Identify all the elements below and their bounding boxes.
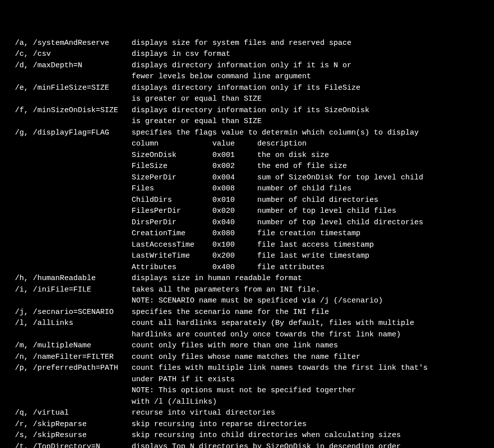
flag-table-row: Attributes0x400file attributes [6, 262, 488, 274]
flag-value: 0x040 [212, 217, 257, 229]
flag-table-row: Files0x008number of child files [6, 183, 488, 195]
help-option-row: /t, /TopDirectory=Ndisplays Top N direct… [6, 442, 488, 448]
help-option-row: /d, /maxDepth=Ndisplays directory inform… [6, 60, 488, 72]
option-description: displays directory information only if i… [132, 60, 488, 72]
option-description: count only files with more than one link… [132, 340, 488, 352]
flag-value: value [212, 139, 257, 150]
flag-value: 0x400 [212, 262, 257, 274]
help-option-row: /r, /skipReparseskip recursing into repa… [6, 419, 488, 431]
flag-description: number of top level child files [257, 206, 488, 217]
option-flags: /g, /displayFlag=FLAG [6, 128, 132, 139]
option-description-continuation: NOTE: SCENARIO name must be speificed vi… [6, 296, 488, 307]
option-description: skip recursing into child directories wh… [132, 430, 488, 442]
flag-column-name: Files [132, 183, 212, 195]
help-option-row: /f, /minSizeOnDisk=SIZEdisplays director… [6, 105, 488, 117]
help-option-row: /i, /iniFile=FILEtakes all the parameter… [6, 285, 488, 296]
option-description: displays size in human readable format [132, 273, 488, 285]
flag-table-row: LastWriteTime0x200file last write timest… [6, 251, 488, 262]
flag-value: 0x200 [212, 251, 257, 262]
help-option-row: /j, /secnario=SCENARIOspecifies the scen… [6, 307, 488, 318]
option-description-continuation: hardlinks are counted only once towards … [6, 329, 488, 341]
flag-table-row: ChildDirs0x010number of child directorie… [6, 195, 488, 206]
option-description-continuation: under PATH if it exists [6, 374, 488, 386]
flag-description: the on disk size [257, 150, 488, 161]
flag-description: description [257, 139, 488, 150]
option-description: skip recursing into reparse directories [132, 419, 488, 431]
flag-column-name: SizePerDir [132, 172, 212, 184]
flag-value: 0x010 [212, 195, 257, 206]
option-description: count files with multiple link names tow… [132, 363, 488, 374]
terminal-output: /a, /systemAndReservedisplays size for s… [6, 38, 488, 448]
option-flags: /p, /preferredPath=PATH [6, 363, 132, 374]
option-description: count all hardlinks separately (By defau… [132, 318, 488, 329]
option-flags: /h, /humanReadable [6, 273, 132, 285]
option-description-continuation: fewer levels below command line argument [6, 71, 488, 83]
option-flags: /j, /secnario=SCENARIO [6, 307, 132, 318]
flag-table-row: CreationTime0x080file creation timestamp [6, 228, 488, 240]
help-option-row: /s, /skipResurseskip recursing into chil… [6, 430, 488, 442]
flag-column-name: DirsPerDir [132, 217, 212, 229]
option-flags: /a, /systemAndReserve [6, 38, 132, 49]
option-flags: /s, /skipResurse [6, 430, 132, 442]
flag-description: file last access timestamp [257, 240, 488, 251]
flag-value: 0x002 [212, 161, 257, 172]
option-flags: /m, /multipleName [6, 340, 132, 352]
flag-description: number of top level child directories [257, 217, 488, 229]
flag-value: 0x100 [212, 240, 257, 251]
flag-column-name: ChildDirs [132, 195, 212, 206]
option-description: displays directory information only if i… [132, 83, 488, 94]
flag-value: 0x080 [212, 228, 257, 240]
help-option-row: /p, /preferredPath=PATHcount files with … [6, 363, 488, 374]
flag-column-name: FileSize [132, 161, 212, 172]
option-description: specifies the scenario name for the INI … [132, 307, 488, 318]
help-option-row: /g, /displayFlag=FLAGspecifies the flags… [6, 128, 488, 139]
flag-column-name: Attributes [132, 262, 212, 274]
flag-column-name: FilesPerDir [132, 206, 212, 217]
flag-table-row: SizePerDir0x004sum of SizeOnDisk for top… [6, 172, 488, 184]
option-flags: /t, /TopDirectory=N [6, 442, 132, 448]
help-option-row: /a, /systemAndReservedisplays size for s… [6, 38, 488, 49]
option-description-continuation: is greater or equal than SIZE [6, 94, 488, 105]
option-description: specifies the flags value to determin wh… [132, 128, 488, 139]
option-description: displays in csv format [132, 49, 488, 60]
option-description: displays Top N directories by SizeOnDisk… [132, 442, 488, 448]
flag-table-row: LastAccessTime0x100file last access time… [6, 240, 488, 251]
flag-column-name: column [132, 139, 212, 150]
flag-column-name: SizeOnDisk [132, 150, 212, 161]
flag-description: number of child files [257, 183, 488, 195]
option-description-continuation: NOTE: This options must not be specified… [6, 385, 488, 397]
option-flags: /c, /csv [6, 49, 132, 60]
help-option-row: /n, /nameFilter=FILTERcount only files w… [6, 352, 488, 363]
flag-column-name: LastWriteTime [132, 251, 212, 262]
flag-table-row: SizeOnDisk0x001the on disk size [6, 150, 488, 161]
flag-value: 0x020 [212, 206, 257, 217]
flag-column-name: LastAccessTime [132, 240, 212, 251]
flag-table-row: FilesPerDir0x020number of top level chil… [6, 206, 488, 217]
option-description: displays size for system files and reser… [132, 38, 488, 49]
help-option-row: /m, /multipleNamecount only files with m… [6, 340, 488, 352]
flag-description: number of child directories [257, 195, 488, 206]
option-description: count only files whose name matches the … [132, 352, 488, 363]
help-option-row: /e, /minFileSize=SIZEdisplays directory … [6, 83, 488, 94]
flag-table-row: FileSize0x002the end of file size [6, 161, 488, 172]
option-description: displays directory information only if i… [132, 105, 488, 117]
flag-table-row: DirsPerDir0x040number of top level child… [6, 217, 488, 229]
option-description: takes all the parameters from an INI fil… [132, 285, 488, 296]
flag-column-name: CreationTime [132, 228, 212, 240]
flag-description: the end of file size [257, 161, 488, 172]
option-description-continuation: with /l (/allLinks) [6, 397, 488, 408]
option-flags: /r, /skipReparse [6, 419, 132, 431]
option-flags: /l, /allLinks [6, 318, 132, 329]
option-flags: /q, /virtual [6, 408, 132, 419]
flag-description: file attributes [257, 262, 488, 274]
flag-description: file last write timestamp [257, 251, 488, 262]
option-flags: /d, /maxDepth=N [6, 60, 132, 72]
flag-value: 0x001 [212, 150, 257, 161]
flag-table-header: columnvaluedescription [6, 139, 488, 150]
flag-value: 0x008 [212, 183, 257, 195]
help-option-row: /q, /virtualrecurse into virtual directo… [6, 408, 488, 419]
help-option-row: /c, /csvdisplays in csv format [6, 49, 488, 60]
flag-description: file creation timestamp [257, 228, 488, 240]
option-description-continuation: is greater or equal than SIZE [6, 116, 488, 128]
option-description: recurse into virtual directories [132, 408, 488, 419]
